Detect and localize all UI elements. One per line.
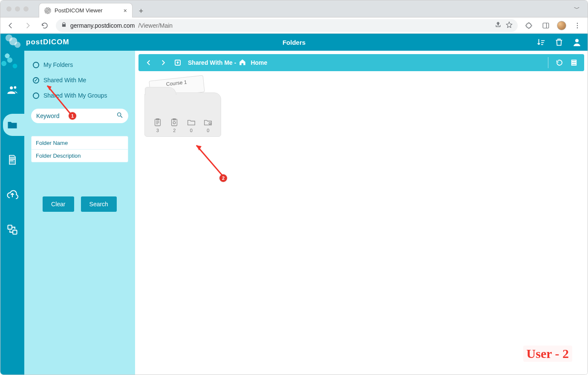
svg-rect-0 <box>543 23 549 28</box>
folder-body: 3 2 0 0 <box>144 92 221 137</box>
svg-rect-7 <box>13 230 17 234</box>
lock-icon <box>61 22 67 29</box>
refresh-button[interactable] <box>553 57 565 69</box>
stat-count: 3 <box>156 128 159 133</box>
keyword-search[interactable] <box>31 109 128 123</box>
page-title: Folders <box>282 39 306 46</box>
traffic-lights <box>0 6 35 12</box>
folder-name-input[interactable] <box>36 140 124 146</box>
user-icon[interactable] <box>571 37 582 48</box>
nav-reload-button[interactable] <box>39 20 51 32</box>
minimize-window-dot[interactable] <box>15 6 20 12</box>
brand-pre: post <box>26 38 43 46</box>
radio-label: Shared With Me <box>43 77 86 84</box>
window: PostDICOM Viewer × + ﹀ germany.postdicom… <box>0 0 588 375</box>
svg-rect-11 <box>572 60 576 61</box>
radio-checked-icon <box>33 77 39 84</box>
radio-icon <box>33 92 39 99</box>
sidepanel-icon[interactable] <box>540 20 552 32</box>
folder-stat-subfolders: 0 <box>186 118 196 133</box>
nav-prev-button[interactable] <box>143 57 155 69</box>
search-icon[interactable] <box>116 112 123 120</box>
nav-forward-button[interactable] <box>22 20 34 32</box>
brand-text: postDICOM <box>26 38 69 46</box>
rail-item-upload[interactable] <box>0 185 24 204</box>
browser-menu-icon[interactable] <box>571 20 583 32</box>
breadcrumb-home[interactable]: Home <box>251 59 267 66</box>
nav-next-button[interactable] <box>157 57 169 69</box>
folder-stat-reports: 2 <box>169 118 179 133</box>
folder-desc-input[interactable] <box>36 153 124 159</box>
rail-item-folders[interactable] <box>0 115 24 134</box>
keyword-input[interactable] <box>36 112 116 119</box>
nav-rail <box>0 51 24 375</box>
rail-item-sync[interactable] <box>0 220 24 239</box>
svg-point-2 <box>577 23 578 23</box>
rail-item-documents[interactable] <box>0 150 24 169</box>
folder-stat-shared: 0 <box>203 118 213 133</box>
profile-avatar[interactable] <box>557 21 566 30</box>
favicon-icon <box>44 7 51 14</box>
new-tab-button[interactable]: + <box>135 5 147 17</box>
radio-my-folders[interactable]: My Folders <box>31 59 128 70</box>
mac-titlebar: PostDICOM Viewer × + ﹀ <box>0 0 588 17</box>
search-button[interactable]: Search <box>81 196 117 212</box>
svg-point-16 <box>173 121 176 124</box>
clear-button[interactable]: Clear <box>43 196 74 212</box>
radio-label: Shared With My Groups <box>43 92 107 99</box>
bookmark-star-icon[interactable] <box>506 21 513 29</box>
svg-point-5 <box>575 39 578 42</box>
brand-strong: DICOM <box>43 38 69 46</box>
svg-rect-13 <box>572 64 576 65</box>
content-area: Shared With Me - Home Course 1 3 <box>135 51 588 375</box>
share-icon[interactable] <box>495 21 502 29</box>
content-toolbar: Shared With Me - Home <box>138 54 584 71</box>
app-body: My Folders Shared With Me Shared With My… <box>0 51 588 375</box>
stat-count: 0 <box>207 128 209 133</box>
svg-rect-6 <box>8 225 12 229</box>
tabstrip: PostDICOM Viewer × + <box>39 0 147 17</box>
sort-icon[interactable] <box>536 37 547 48</box>
folder-canvas: Course 1 3 2 0 <box>138 71 584 371</box>
close-window-dot[interactable] <box>6 6 12 12</box>
radio-label: My Folders <box>43 61 73 68</box>
tab-overflow-chevron-icon[interactable]: ﹀ <box>566 5 588 13</box>
svg-line-9 <box>121 116 122 118</box>
extensions-icon[interactable] <box>523 20 535 32</box>
url-host: germany.postdicom.com <box>70 22 135 29</box>
url-path: /Viewer/Main <box>138 22 173 29</box>
radio-shared-with-me[interactable]: Shared With Me <box>31 75 128 86</box>
annotation-badge-2: 2 <box>219 174 227 182</box>
brand-sphere-icon <box>0 51 25 75</box>
filter-fields <box>31 136 128 162</box>
app-header: postDICOM Folders <box>0 34 588 51</box>
stat-count: 2 <box>173 128 176 133</box>
svg-point-8 <box>118 113 121 116</box>
up-folder-button[interactable] <box>172 57 184 69</box>
svg-point-3 <box>577 25 578 26</box>
home-icon[interactable] <box>239 58 246 67</box>
tab-close-icon[interactable]: × <box>124 7 127 14</box>
svg-point-4 <box>577 27 578 28</box>
address-bar[interactable]: germany.postdicom.com/Viewer/Main <box>56 19 518 32</box>
radio-icon <box>33 62 39 68</box>
trash-icon[interactable] <box>553 37 565 48</box>
view-mode-button[interactable] <box>568 57 580 69</box>
svg-rect-12 <box>572 62 576 63</box>
browser-toolbar: germany.postdicom.com/Viewer/Main <box>0 17 588 34</box>
stat-count: 0 <box>190 128 193 133</box>
folder-stat-orders: 3 <box>153 118 163 133</box>
annotation-badge-1: 1 <box>69 112 76 120</box>
zoom-window-dot[interactable] <box>23 6 29 12</box>
browser-tab[interactable]: PostDICOM Viewer × <box>39 3 133 17</box>
watermark-label: User - 2 <box>523 346 572 362</box>
radio-shared-with-groups[interactable]: Shared With My Groups <box>31 90 128 101</box>
breadcrumb-root: Shared With Me - <box>188 59 236 66</box>
nav-back-button[interactable] <box>5 20 17 32</box>
tab-title: PostDICOM Viewer <box>55 7 120 14</box>
filter-panel: My Folders Shared With Me Shared With My… <box>24 51 135 375</box>
rail-item-patients[interactable] <box>0 81 24 99</box>
svg-point-17 <box>209 123 211 124</box>
folder-item-course1[interactable]: Course 1 3 2 0 <box>144 77 221 137</box>
brand-logo-icon <box>6 34 23 51</box>
